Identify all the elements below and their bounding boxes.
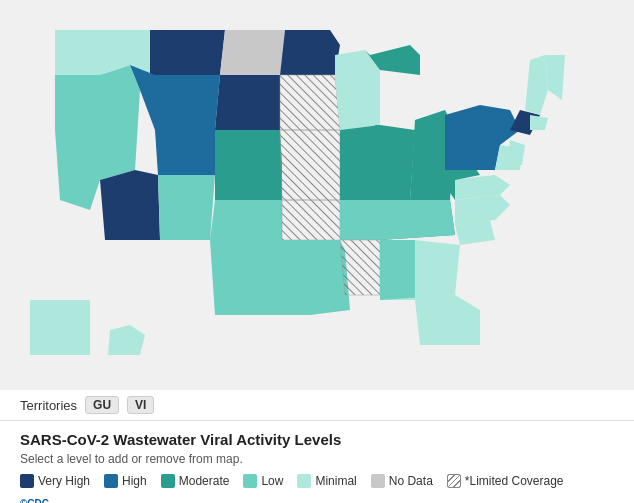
legend-moderate[interactable]: Moderate	[161, 474, 230, 488]
info-panel: SARS-CoV-2 Wastewater Viral Activity Lev…	[0, 421, 634, 496]
state-wi[interactable]	[335, 50, 380, 130]
state-ar[interactable]	[282, 200, 340, 240]
territories-bar: Territories GU VI	[0, 390, 634, 421]
legend-very-high[interactable]: Very High	[20, 474, 90, 488]
territories-label: Territories	[20, 398, 77, 413]
state-in[interactable]	[375, 125, 415, 200]
legend-label-high: High	[122, 474, 147, 488]
state-ia[interactable]	[280, 75, 340, 130]
legend-swatch-moderate	[161, 474, 175, 488]
state-il[interactable]	[340, 125, 380, 200]
legend-label-no-data: No Data	[389, 474, 433, 488]
legend-swatch-low	[243, 474, 257, 488]
legend-swatch-minimal	[297, 474, 311, 488]
legend-no-data[interactable]: No Data	[371, 474, 433, 488]
legend-minimal[interactable]: Minimal	[297, 474, 356, 488]
state-wa[interactable]	[55, 30, 105, 75]
state-ca[interactable]	[55, 130, 100, 210]
state-nm[interactable]	[158, 175, 215, 240]
legend-swatch-no-data	[371, 474, 385, 488]
legend-label-minimal: Minimal	[315, 474, 356, 488]
legend-label-moderate: Moderate	[179, 474, 230, 488]
legend-swatch-very-high	[20, 474, 34, 488]
map-container	[0, 0, 634, 390]
legend-low[interactable]: Low	[243, 474, 283, 488]
state-ga[interactable]	[415, 240, 460, 300]
state-wy[interactable]	[150, 75, 220, 130]
state-mn[interactable]	[280, 30, 340, 75]
state-nd[interactable]	[220, 30, 285, 75]
state-ms[interactable]	[340, 240, 380, 295]
state-mo[interactable]	[280, 130, 340, 200]
legend-label-limited: *Limited Coverage	[465, 474, 564, 488]
state-ks[interactable]	[215, 165, 282, 200]
territory-gu[interactable]: GU	[85, 396, 119, 414]
state-ak[interactable]	[30, 300, 90, 355]
state-az[interactable]	[100, 170, 160, 240]
legend-swatch-high	[104, 474, 118, 488]
cdc-logo: ©CDC	[0, 496, 634, 503]
state-tn[interactable]	[340, 200, 455, 240]
legend-label-low: Low	[261, 474, 283, 488]
legend-high[interactable]: High	[104, 474, 147, 488]
state-ok[interactable]	[210, 200, 282, 240]
state-co[interactable]	[155, 130, 215, 175]
state-al[interactable]	[380, 240, 415, 300]
state-mt[interactable]	[150, 30, 225, 75]
legend-limited[interactable]: *Limited Coverage	[447, 474, 564, 488]
panel-subtitle: Select a level to add or remove from map…	[20, 452, 614, 466]
state-sd[interactable]	[215, 75, 280, 130]
legend-label-very-high: Very High	[38, 474, 90, 488]
panel-title: SARS-CoV-2 Wastewater Viral Activity Lev…	[20, 431, 614, 448]
state-pa[interactable]	[445, 145, 500, 170]
legend: Very High High Moderate Low Minimal No D…	[20, 474, 614, 488]
state-ne[interactable]	[215, 130, 282, 165]
territory-vi[interactable]: VI	[127, 396, 154, 414]
state-nv[interactable]	[100, 65, 140, 180]
legend-swatch-limited	[447, 474, 461, 488]
